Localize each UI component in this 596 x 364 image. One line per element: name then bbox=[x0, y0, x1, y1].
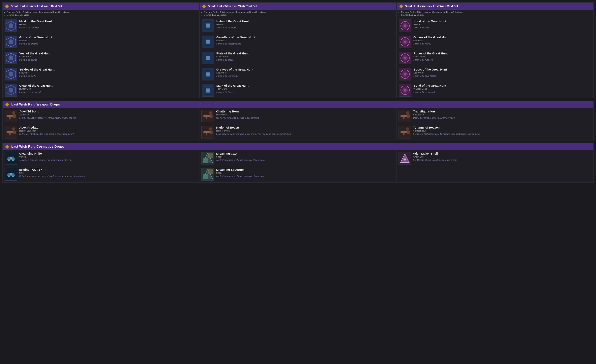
item-name: Vest of the Great Hunt bbox=[19, 52, 197, 55]
item-row: Apex PredatorRocket LauncherIs it you or… bbox=[3, 124, 199, 140]
item-name: Dreaming Cast bbox=[216, 152, 394, 155]
svg-rect-98 bbox=[203, 158, 208, 163]
svg-rect-78 bbox=[9, 133, 11, 135]
list-item[interactable]: Dreaming SpectrumShaderApply this shader… bbox=[200, 166, 396, 182]
item-name: Cloak of the Great Hunt bbox=[19, 84, 197, 87]
item-name: Grips of the Great Hunt bbox=[19, 36, 197, 39]
item-flavor: I wish to be renowned. bbox=[19, 91, 197, 93]
item-info: Ermine TAC-717ShipRebuilt from blueprint… bbox=[19, 168, 197, 177]
list-item[interactable]: Age-Old BondAuto RifleSymbiosis. Not pre… bbox=[3, 108, 200, 124]
item-flavor: I wish to be daring. bbox=[19, 59, 197, 61]
item-info: Robes of the Great HuntChest ArmorI wish… bbox=[413, 52, 591, 61]
list-item[interactable]: Boots of the Great HuntLeg ArmorI wish t… bbox=[397, 66, 593, 82]
item-icon bbox=[5, 36, 17, 48]
item-name: Gloves of the Great Hunt bbox=[413, 36, 591, 39]
item-type: Combat Bow bbox=[413, 130, 591, 132]
item-type: Rocket Launcher bbox=[19, 130, 197, 132]
list-item[interactable]: Gauntlets of the Great HuntGauntletsI wi… bbox=[200, 34, 396, 50]
item-info: Plate of the Great HuntChest ArmorI wish… bbox=[216, 52, 394, 61]
svg-point-47 bbox=[404, 41, 406, 43]
list-item[interactable]: Helm of the Great HuntHelmetI wish to be… bbox=[200, 18, 396, 34]
item-flavor: I wish to be immovable. bbox=[216, 75, 394, 77]
item-type: Scout Rifle bbox=[413, 113, 591, 116]
svg-point-59 bbox=[404, 89, 406, 92]
item-info: Mark of the Great HuntTitan MarkI wish t… bbox=[216, 84, 394, 93]
item-row: TransfigurationScout RifleDesire becomes… bbox=[396, 108, 593, 124]
item-flavor: Apply this shader to change the color of… bbox=[216, 175, 394, 177]
list-item[interactable]: Gloves of the Great HuntGauntletsI wish … bbox=[397, 34, 593, 50]
list-item[interactable]: Mask of the Great HuntHelmetI wish to be… bbox=[3, 18, 199, 34]
svg-point-93 bbox=[12, 159, 14, 161]
svg-rect-27 bbox=[206, 40, 210, 44]
list-item[interactable]: Vest of the Great HuntChest ArmorI wish … bbox=[3, 50, 199, 66]
list-item[interactable]: Bond of the Great HuntWarlock BondI wish… bbox=[397, 82, 593, 98]
list-item[interactable]: Apex PredatorRocket LauncherIs it you or… bbox=[3, 124, 200, 140]
list-item[interactable]: Cloak of the Great HuntHunter CloakI wis… bbox=[3, 82, 199, 98]
armor-column-titan: Great Hunt - Titan Last Wish Raid SetRan… bbox=[200, 2, 396, 98]
list-item[interactable]: Plate of the Great HuntChest ArmorI wish… bbox=[200, 50, 396, 66]
list-item[interactable]: Hood of the Great HuntHelmetI wish to be… bbox=[397, 18, 593, 34]
item-row: Cleansing KnifeVehicleTo clean a festeri… bbox=[3, 150, 199, 166]
item-flavor: I can show you how we were in our prime.… bbox=[216, 133, 394, 135]
raid-icon bbox=[399, 4, 403, 8]
raid-icon bbox=[202, 4, 206, 8]
item-name: Gauntlets of the Great Hunt bbox=[216, 36, 394, 39]
svg-point-51 bbox=[404, 57, 406, 59]
item-info: Strides of the Great HuntLeg ArmorI wish… bbox=[19, 68, 197, 77]
list-item[interactable]: Cleansing KnifeVehicleTo clean a festeri… bbox=[3, 150, 200, 166]
item-type: Ship bbox=[19, 172, 197, 174]
svg-point-79 bbox=[12, 127, 15, 131]
item-info: Cloak of the Great HuntHunter CloakI wis… bbox=[19, 84, 197, 93]
item-icon bbox=[202, 68, 214, 81]
list-item[interactable]: Mark of the Great HuntTitan MarkI wish t… bbox=[200, 82, 396, 98]
item-info: Nation of BeastsHand CannonI can show yo… bbox=[216, 126, 394, 135]
weapons-header: Last Wish Raid Weapon Drops bbox=[3, 101, 593, 108]
item-row: Ermine TAC-717ShipRebuilt from blueprint… bbox=[3, 166, 199, 182]
item-info: Chattering BonePulse RifleWe have so muc… bbox=[216, 110, 394, 119]
item-icon bbox=[399, 152, 411, 164]
svg-rect-66 bbox=[203, 115, 211, 117]
item-flavor: I wish to be brave. bbox=[216, 59, 394, 61]
item-icon bbox=[399, 126, 411, 139]
item-info: Dreaming SpectrumShaderApply this shader… bbox=[216, 168, 394, 177]
item-type: Auto Rifle bbox=[19, 113, 197, 116]
column-header-titan: Great Hunt - Titan Last Wish Raid Set bbox=[200, 3, 396, 10]
svg-rect-35 bbox=[206, 73, 210, 76]
item-row: Wish-Maker ShellGhost ShellFor Ghosts wh… bbox=[396, 150, 593, 166]
svg-point-108 bbox=[12, 175, 14, 177]
weapons-section: Last Wish Raid Weapon Drops Age-Old Bond… bbox=[2, 101, 594, 141]
list-item[interactable]: Robes of the Great HuntChest ArmorI wish… bbox=[397, 50, 593, 66]
item-info: TransfigurationScout RifleDesire becomes… bbox=[413, 110, 591, 119]
svg-rect-23 bbox=[206, 24, 210, 27]
list-item[interactable]: Strides of the Great HuntLeg ArmorI wish… bbox=[3, 66, 199, 82]
list-item[interactable]: Grips of the Great HuntGauntletsI wish t… bbox=[3, 34, 199, 50]
item-icon bbox=[5, 168, 17, 181]
item-icon bbox=[5, 110, 17, 122]
list-item[interactable]: Ermine TAC-717ShipRebuilt from blueprint… bbox=[3, 166, 200, 182]
svg-rect-72 bbox=[407, 114, 410, 118]
svg-point-104 bbox=[404, 159, 406, 160]
item-flavor: I wish to be respected. bbox=[413, 91, 591, 93]
list-item[interactable]: TransfigurationScout RifleDesire becomes… bbox=[396, 108, 593, 124]
list-item[interactable]: Chattering BonePulse RifleWe have so muc… bbox=[200, 108, 396, 124]
item-type: Leg Armor bbox=[19, 72, 197, 74]
list-item[interactable]: Greaves of the Great HuntLeg ArmorI wish… bbox=[200, 66, 396, 82]
item-row: Chattering BonePulse RifleWe have so muc… bbox=[200, 108, 396, 124]
item-type: Helmet bbox=[19, 23, 197, 26]
item-flavor: I wish to be cunning. bbox=[19, 26, 197, 29]
armor-column-hunter: Great Hunt - Hunter Last Wish Raid SetRa… bbox=[2, 2, 200, 98]
svg-point-84 bbox=[209, 127, 212, 131]
svg-rect-71 bbox=[401, 115, 408, 117]
list-item[interactable]: Nation of BeastsHand CannonI can show yo… bbox=[200, 124, 396, 140]
item-info: Tyranny of HeavenCombat BowIt was She th… bbox=[413, 126, 591, 135]
list-item[interactable]: Wish-Maker ShellGhost ShellFor Ghosts wh… bbox=[396, 150, 593, 166]
item-icon bbox=[399, 36, 411, 48]
list-item[interactable]: Dreaming CastShaderApply this shader to … bbox=[200, 150, 396, 166]
list-item[interactable]: Tyranny of HeavenCombat BowIt was She th… bbox=[396, 124, 593, 140]
item-row: Dreaming CastShaderApply this shader to … bbox=[200, 150, 396, 166]
item-type: Shader bbox=[216, 172, 394, 174]
item-icon bbox=[399, 20, 411, 32]
item-icon bbox=[399, 52, 411, 64]
svg-point-69 bbox=[209, 111, 212, 114]
svg-rect-31 bbox=[206, 56, 210, 59]
